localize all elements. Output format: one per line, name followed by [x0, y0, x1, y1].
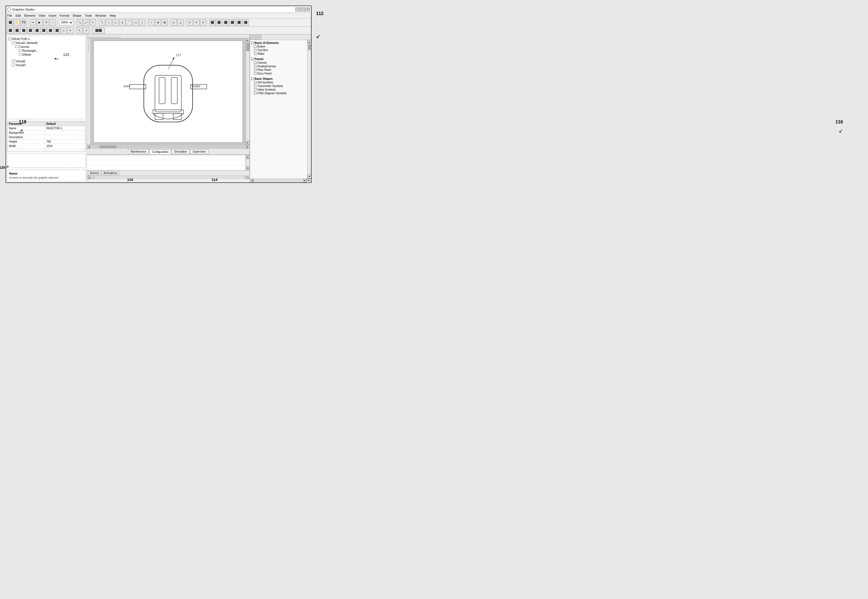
scroll-right-button[interactable]: ► — [246, 145, 249, 148]
bp-scroll-up[interactable]: ▲ — [246, 155, 250, 159]
prop-val-bg[interactable] — [45, 131, 85, 135]
tb-diamond2[interactable]: ◇ — [171, 20, 177, 26]
tb2-7[interactable]: ⬛ — [47, 27, 53, 34]
tb-triangle[interactable]: △ — [178, 20, 184, 26]
tb2-2[interactable]: ⬛ — [14, 27, 20, 34]
right-corner-btn[interactable]: ▼ — [306, 179, 311, 183]
menu-shape[interactable]: Shape — [72, 14, 82, 17]
tb-refresh[interactable]: ○ — [50, 20, 56, 26]
tb2-4[interactable]: ⬛ — [27, 27, 33, 34]
ct-scaling-canvas[interactable]: ScalingCanvas — [254, 65, 306, 68]
tab-actions[interactable]: Actions — [88, 171, 101, 175]
scroll-track-h[interactable] — [91, 145, 245, 148]
ct-psid[interactable]: PSID Diagram Symbols — [254, 92, 306, 95]
ct-panels[interactable]: Panels — [251, 57, 306, 61]
prop-val-height[interactable]: 768 — [45, 140, 85, 144]
menu-help[interactable]: Help — [110, 14, 116, 17]
tb2-diamond[interactable]: ◇ — [60, 27, 67, 34]
scroll-up-button[interactable]: ▲ — [246, 38, 250, 42]
tb2-layout[interactable]: ⬛⬛ — [92, 27, 105, 34]
ct-transmeter[interactable]: Transmeter Symbols — [254, 84, 306, 88]
tb-line[interactable]: ╲ — [99, 20, 105, 26]
tab-supervisor[interactable]: Supervisor — [190, 149, 208, 154]
tb-align-center[interactable]: ≡ — [193, 20, 199, 26]
bp-scroll-down[interactable]: ▼ — [246, 166, 250, 170]
minimize-button[interactable]: □ — [296, 8, 300, 11]
menu-view[interactable]: View — [39, 14, 45, 17]
scroll-thumb-v[interactable] — [246, 43, 249, 51]
tb-ungroup[interactable]: ⬛ — [216, 20, 222, 26]
right-scroll-left[interactable]: ◄ — [251, 179, 254, 182]
tb2-8[interactable]: ⬛ — [54, 27, 60, 34]
ct-docs-panel[interactable]: Docs Panel — [254, 72, 306, 75]
tab-maintenance[interactable]: Maintenance — [128, 149, 149, 154]
right-scroll-right-btn[interactable]: ► — [303, 179, 306, 182]
tb-forward[interactable]: ⬛ — [236, 20, 242, 26]
ct-basic-ui[interactable]: Basic UI Elements — [251, 41, 306, 45]
tree-item-reactor1[interactable]: REACTOR-1 — [9, 37, 84, 41]
tab-animations[interactable]: Animations — [101, 171, 119, 175]
tb-save[interactable]: 💾 — [21, 20, 27, 26]
tb2-6[interactable]: ⬛ — [41, 27, 47, 34]
menu-window[interactable]: Window — [95, 14, 106, 17]
ct-canvas[interactable]: Canvas — [254, 61, 306, 65]
right-scroll-h-track[interactable] — [254, 179, 303, 182]
tb-align-left[interactable]: ≡ — [187, 20, 193, 26]
tb-redo-arrow[interactable]: ▶ — [36, 20, 42, 26]
scroll-down-button[interactable]: ▼ — [246, 141, 250, 145]
prop-val-desc[interactable] — [45, 135, 85, 140]
tb-rect3[interactable]: □ — [139, 20, 145, 26]
drawing-canvas[interactable]: Inlet Outlet — [94, 41, 243, 143]
tb-link[interactable]: ⊕ — [155, 20, 161, 26]
right-scroll-down[interactable]: ▼ — [307, 175, 311, 178]
tb-redo[interactable]: ↺ — [43, 20, 49, 26]
menu-file[interactable]: File — [7, 14, 12, 17]
right-scroll-up[interactable]: ▲ — [307, 40, 311, 44]
tb-backward[interactable]: ⬛ — [243, 20, 249, 26]
menu-element[interactable]: Element — [24, 14, 35, 17]
ct-valve[interactable]: Valve Symbols — [254, 88, 306, 92]
scroll-thumb-h[interactable] — [100, 145, 116, 148]
tb2-3[interactable]: ⬛ — [21, 27, 27, 34]
tb-diamond[interactable]: ◇ — [112, 20, 119, 26]
menu-format[interactable]: Format — [60, 14, 69, 17]
ct-basic-shapes[interactable]: Basic Shapes — [251, 77, 306, 81]
tb-undo[interactable]: ↩ — [30, 20, 36, 26]
tb2-1[interactable]: ⬛ — [7, 27, 14, 34]
tb-open[interactable]: 📁 — [14, 20, 20, 26]
tree-item-visual2[interactable]: Visual2 — [12, 59, 84, 63]
menu-edit[interactable]: Edit — [15, 14, 21, 17]
tb-group[interactable]: ⬛ — [209, 20, 215, 26]
tab-simulation[interactable]: Simulation — [172, 149, 190, 154]
zoom-select[interactable]: 100% 75% 150% — [59, 20, 74, 25]
tb-rect[interactable]: □ — [106, 20, 112, 26]
tree-item-ellipse[interactable]: Ellipse — [19, 53, 84, 56]
prop-val-name[interactable]: REACTOR-1 — [45, 126, 85, 131]
tree-item-visual3[interactable]: Visual3 — [12, 63, 84, 67]
tb-curve[interactable]: ⌒ — [126, 20, 132, 26]
tb2-lines[interactable]: ≡ — [67, 27, 74, 34]
tb-select[interactable]: ↖ — [90, 20, 96, 26]
ct-isa[interactable]: ISA Symbols — [254, 81, 306, 84]
tree-item-canvas[interactable]: Canvas — [15, 45, 84, 49]
menu-tools[interactable]: Tools — [85, 14, 92, 17]
tb-circle[interactable]: ○ — [148, 20, 154, 26]
tree-item-rectangle[interactable]: Rectangle... — [19, 49, 84, 53]
tree-item-visual1[interactable]: Visual1 (default) — [12, 41, 84, 45]
right-scroll-thumb[interactable] — [308, 44, 311, 50]
tb-zoom-in[interactable]: 🔍 — [77, 20, 83, 26]
prop-val-width[interactable]: 1024 — [45, 144, 85, 148]
tb2-5[interactable]: ⬛ — [34, 27, 40, 34]
tb2-cursor[interactable]: ↖ — [77, 27, 83, 34]
canvas-bg[interactable]: Inlet Outlet — [91, 38, 249, 145]
help-button[interactable]: ? — [300, 8, 305, 11]
tb-grid[interactable]: ⊞ — [162, 20, 168, 26]
tab-configuration[interactable]: Configuration — [149, 149, 171, 154]
tb-zoom-out[interactable]: 🔎 — [83, 20, 89, 26]
ct-slider[interactable]: Slider — [254, 52, 306, 56]
ct-button[interactable]: Button — [254, 45, 306, 48]
right-tb-2[interactable]: □ — [256, 35, 261, 39]
right-tb-1[interactable]: □ — [251, 35, 256, 39]
close-button[interactable]: ✕ — [305, 8, 310, 11]
ct-flow-panel[interactable]: Flow Panel — [254, 68, 306, 72]
